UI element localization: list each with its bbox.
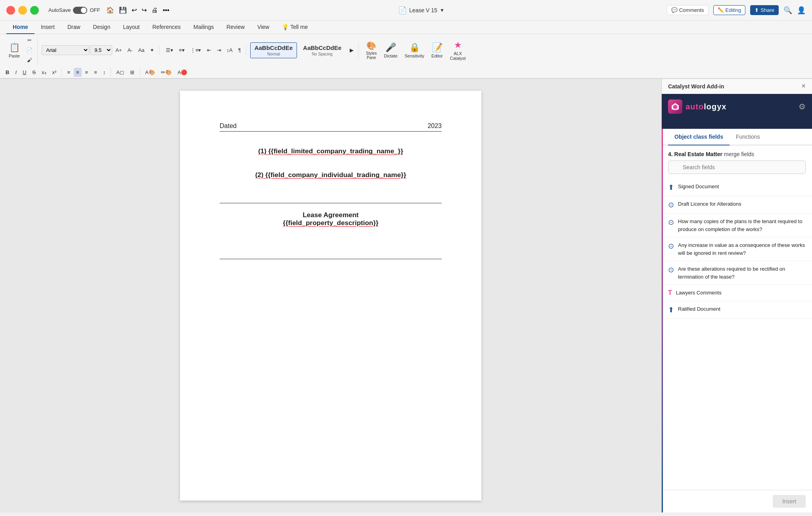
styles-pane-button[interactable]: 🎨 StylesPane	[363, 39, 380, 61]
shrink-font-button[interactable]: A-	[125, 46, 135, 55]
close-button[interactable]	[6, 6, 15, 15]
copy-button[interactable]: 📄	[24, 46, 35, 55]
font-color-button[interactable]: A🎨	[143, 68, 157, 77]
sensitivity-icon: 🔒	[409, 42, 420, 53]
multilevel-button[interactable]: ⋮≡▾	[188, 46, 204, 55]
search-container: 🔍	[662, 161, 812, 179]
italic-button[interactable]: I	[13, 68, 19, 77]
tab-functions[interactable]: Functions	[730, 129, 766, 145]
font-family-select[interactable]: Arial	[42, 45, 89, 55]
tab-object-class-fields[interactable]: Object class fields	[668, 129, 730, 145]
user-icon[interactable]: 👤	[797, 6, 806, 15]
search-icon[interactable]: 🔍	[783, 6, 792, 15]
save-icon[interactable]: 💾	[119, 6, 127, 14]
line-spacing-button[interactable]: ↕	[101, 68, 108, 77]
strikethrough-button[interactable]: S	[30, 68, 38, 77]
field-item-draft-licence[interactable]: ⊙ Draft Licence for Alterations	[662, 196, 812, 214]
align-left-button[interactable]: ≡	[65, 68, 73, 77]
clear-format-button[interactable]: ✦	[147, 46, 157, 55]
field-item-lawyers-comments[interactable]: T Lawyers Comments	[662, 285, 812, 301]
document-title: 📄 Lease V 15 ▼	[176, 6, 667, 15]
styles-more-button[interactable]: ▶	[347, 46, 356, 55]
share-button[interactable]: ⬆ Share	[750, 5, 779, 15]
field-item-copies[interactable]: ⊙ How many copies of the plans is the te…	[662, 214, 812, 237]
justify-button[interactable]: ≡	[92, 68, 100, 77]
doc-icon: 📄	[398, 6, 407, 15]
maximize-button[interactable]	[30, 6, 39, 15]
paste-button[interactable]: 📋 Paste	[6, 41, 23, 60]
sort-button[interactable]: ↕A	[224, 46, 235, 55]
underline-button[interactable]: U	[20, 68, 29, 77]
change-case-button[interactable]: Aa	[136, 46, 147, 55]
field-item-label: Signed Document	[678, 183, 719, 191]
field-item-signed-document[interactable]: ⬆ Signed Document	[662, 179, 812, 196]
numbering-button[interactable]: ≡▾	[176, 46, 187, 55]
dictate-button[interactable]: 🎤 Dictate	[381, 41, 400, 60]
field-item-ratified-document[interactable]: ⬆ Ratified Document	[662, 301, 812, 319]
home-icon[interactable]: 🏠	[106, 6, 114, 14]
arrow-up-icon: ⬆	[668, 306, 674, 314]
document-area[interactable]: Dated 2023 (1) {{field_limited_company_t…	[0, 79, 661, 512]
editing-button[interactable]: ✏️ Editing	[713, 5, 746, 15]
alx-catalyst-icon: ★	[454, 40, 462, 50]
increase-indent-button[interactable]: ⇥	[214, 46, 224, 55]
tab-review[interactable]: Review	[220, 21, 251, 34]
superscript-button[interactable]: x²	[50, 68, 59, 77]
tab-insert[interactable]: Insert	[34, 21, 61, 34]
editor-icon: 📝	[432, 42, 442, 53]
align-center-button[interactable]: ≡	[74, 68, 82, 77]
panel-footer: Insert	[662, 490, 812, 512]
bullets-button[interactable]: ☰▾	[163, 46, 176, 55]
undo-icon[interactable]: ↩	[132, 6, 137, 14]
bottom-underline	[220, 259, 442, 259]
comments-button[interactable]: 💬 Comments	[667, 5, 709, 15]
field-item-alterations[interactable]: ⊙ Are these alterations required to be r…	[662, 261, 812, 285]
field-item-increase-value[interactable]: ⊙ Any increase in value as a consequence…	[662, 237, 812, 261]
text-color-button[interactable]: A🔴	[175, 68, 190, 77]
shading-button[interactable]: A◻	[114, 68, 126, 77]
align-right-button[interactable]: ≡	[83, 68, 91, 77]
field-item-label: How many copies of the plans is the tena…	[678, 218, 806, 233]
highlight-button[interactable]: ✏🎨	[159, 68, 174, 77]
field1-block: (1) {{field_limited_company_trading_name…	[220, 147, 442, 155]
font-size-select[interactable]: 9.5	[90, 45, 112, 55]
subscript-button[interactable]: x₂	[39, 68, 49, 77]
insert-button[interactable]: Insert	[773, 495, 806, 508]
tab-design[interactable]: Design	[87, 21, 117, 34]
panel-close-button[interactable]: ×	[801, 82, 806, 90]
tab-references[interactable]: References	[146, 21, 187, 34]
format-painter-button[interactable]: 🖌	[24, 55, 35, 65]
tab-tell-me[interactable]: 💡 Tell me	[276, 21, 314, 34]
minimize-button[interactable]	[18, 6, 27, 15]
autosave-toggle[interactable]	[73, 7, 87, 14]
autosave-control[interactable]: AutoSave OFF	[48, 7, 100, 14]
lightbulb-icon: 💡	[282, 24, 289, 30]
cut-button[interactable]: ✂	[24, 36, 35, 45]
redo-icon[interactable]: ↪	[142, 6, 147, 14]
border-button[interactable]: ⊞	[128, 68, 137, 77]
tab-layout[interactable]: Layout	[117, 21, 146, 34]
tab-draw[interactable]: Draw	[61, 21, 87, 34]
chevron-down-icon[interactable]: ▼	[440, 8, 444, 13]
search-input[interactable]	[668, 161, 806, 174]
more-icon[interactable]: •••	[163, 7, 169, 14]
editor-button[interactable]: 📝 Editor	[428, 41, 446, 60]
style-no-spacing[interactable]: AaBbCcDdEe No Spacing	[299, 42, 346, 58]
bold-button[interactable]: B	[3, 68, 11, 77]
sensitivity-button[interactable]: 🔒 Sensitivity	[402, 41, 428, 60]
show-formatting-button[interactable]: ¶	[236, 46, 243, 55]
alx-catalyst-button[interactable]: ★ ALXCatalyst	[447, 38, 469, 62]
style-normal[interactable]: AaBbCcDdEe Normal	[250, 42, 297, 58]
field-item-label: Lawyers Comments	[676, 289, 722, 297]
paste-icon: 📋	[9, 42, 20, 53]
tab-home[interactable]: Home	[6, 21, 34, 34]
tab-view[interactable]: View	[251, 21, 276, 34]
grow-font-button[interactable]: A+	[113, 46, 124, 55]
print-icon[interactable]: 🖨	[151, 7, 158, 14]
settings-icon[interactable]: ⚙	[799, 102, 806, 111]
tab-mailings[interactable]: Mailings	[187, 21, 220, 34]
decrease-indent-button[interactable]: ⇤	[205, 46, 214, 55]
logo-text: autologyx	[686, 102, 726, 111]
styles-pane-icon: 🎨	[366, 41, 376, 50]
field-item-label: Any increase in value as a consequence o…	[678, 241, 806, 257]
